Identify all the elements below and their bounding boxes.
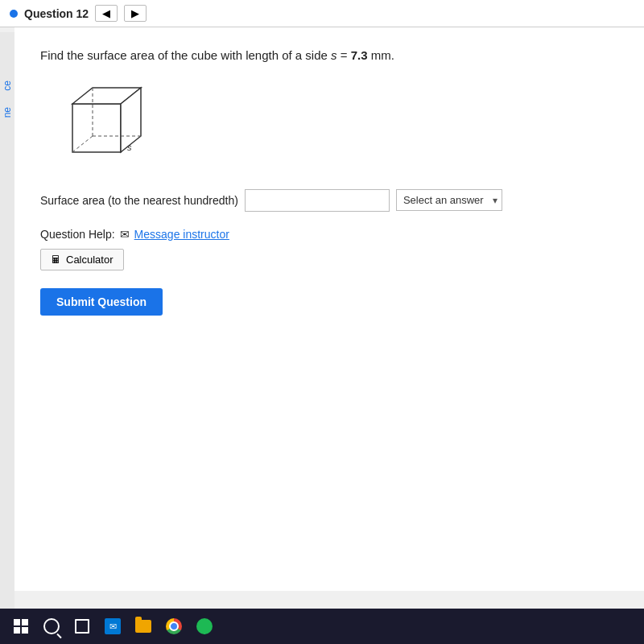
search-icon xyxy=(43,618,60,634)
question-dot xyxy=(10,10,18,18)
svg-text:s: s xyxy=(127,142,132,152)
surface-area-label: Surface area (to the nearest hundredth) xyxy=(40,194,238,207)
select-wrapper: Select an answer mm mm² mm³ xyxy=(396,189,502,211)
envelope-icon: ✉ xyxy=(120,228,130,241)
question-variable: s xyxy=(331,48,341,62)
svg-marker-0 xyxy=(72,104,121,152)
answer-select[interactable]: Select an answer mm mm² mm³ xyxy=(396,189,502,211)
question-unit: mm. xyxy=(371,48,394,62)
main-content: Find the surface area of the cube with l… xyxy=(14,27,644,591)
taskbar-spotify[interactable] xyxy=(193,615,216,638)
taskbar-mail[interactable]: ✉ xyxy=(101,615,124,638)
question-text-before: Find the surface area of the cube with l… xyxy=(40,48,328,62)
folder-icon xyxy=(135,620,151,633)
spotify-icon xyxy=(196,618,213,634)
nav-next-button[interactable]: ▶ xyxy=(124,5,147,22)
cube-diagram: s xyxy=(48,80,618,171)
calculator-icon: 🖩 xyxy=(51,254,61,266)
sidebar-text-2: ne xyxy=(2,107,13,118)
cube-svg: s xyxy=(48,80,145,168)
taskview-icon xyxy=(75,619,89,634)
surface-area-input[interactable] xyxy=(245,189,390,212)
taskbar-taskview[interactable] xyxy=(71,615,93,638)
nav-prev-button[interactable]: ◀ xyxy=(95,5,118,22)
question-help-row: Question Help: ✉ Message instructor xyxy=(40,228,618,241)
taskbar: ✉ xyxy=(0,609,644,644)
answer-row: Surface area (to the nearest hundredth) … xyxy=(40,189,618,212)
sidebar-text-1: ce xyxy=(2,80,13,91)
left-sidebar: ce ne xyxy=(0,32,14,612)
question-label: Question 12 xyxy=(24,7,89,20)
question-text: Find the surface area of the cube with l… xyxy=(40,47,618,65)
help-label: Question Help: xyxy=(40,228,115,241)
taskbar-windows[interactable] xyxy=(10,615,32,638)
message-instructor-link[interactable]: Message instructor xyxy=(134,228,229,241)
question-equals: = xyxy=(341,48,351,62)
taskbar-chrome[interactable] xyxy=(163,615,185,638)
top-bar: Question 12 ◀ ▶ xyxy=(0,0,644,27)
calculator-button[interactable]: 🖩 Calculator xyxy=(40,249,124,270)
chrome-icon xyxy=(166,618,182,634)
windows-icon xyxy=(14,619,28,634)
taskbar-folder[interactable] xyxy=(132,615,155,638)
question-value: 7.3 xyxy=(351,48,368,62)
taskbar-search[interactable] xyxy=(40,615,63,638)
calculator-label: Calculator xyxy=(66,254,114,266)
submit-button[interactable]: Submit Question xyxy=(40,288,163,316)
mail-icon: ✉ xyxy=(105,618,121,634)
